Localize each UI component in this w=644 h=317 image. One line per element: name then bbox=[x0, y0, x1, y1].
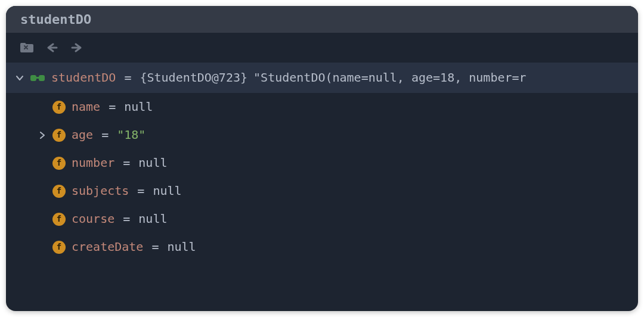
field-value: "18" bbox=[117, 127, 145, 143]
variable-root-row[interactable]: studentDO = {StudentDO@723} "StudentDO(n… bbox=[6, 63, 638, 93]
field-name: course bbox=[72, 211, 114, 227]
chevron-down-icon[interactable] bbox=[16, 74, 24, 82]
equals-glyph: = bbox=[120, 211, 132, 227]
field-value: null bbox=[138, 155, 167, 171]
root-type-reference: {StudentDO@723} bbox=[140, 70, 247, 86]
field-icon: f bbox=[52, 213, 66, 226]
arrow-left-icon[interactable] bbox=[44, 41, 60, 54]
field-name: createDate bbox=[72, 239, 143, 255]
folder-close-icon[interactable] bbox=[19, 41, 35, 54]
field-value: null bbox=[138, 211, 167, 227]
field-icon: f bbox=[52, 101, 66, 114]
field-name: subjects bbox=[72, 183, 129, 199]
field-name: age bbox=[72, 127, 93, 143]
field-list: fname = nullfage = "18"fnumber = nullfsu… bbox=[6, 93, 638, 261]
panel-title: studentDO bbox=[20, 12, 91, 27]
field-row[interactable]: fcourse = null bbox=[6, 205, 638, 233]
field-name: number bbox=[72, 155, 114, 171]
equals-glyph: = bbox=[99, 127, 111, 143]
field-row[interactable]: fage = "18" bbox=[6, 121, 638, 149]
field-icon: f bbox=[52, 241, 66, 254]
root-variable-name: studentDO bbox=[51, 70, 116, 86]
field-value: null bbox=[153, 183, 181, 199]
debugger-toolbar bbox=[6, 33, 638, 60]
svg-rect-0 bbox=[30, 75, 36, 81]
field-value: null bbox=[124, 99, 153, 115]
chevron-right-icon[interactable] bbox=[38, 132, 47, 139]
field-icon: f bbox=[52, 129, 66, 142]
equals-glyph: = bbox=[120, 155, 132, 171]
field-icon: f bbox=[52, 157, 66, 170]
root-tostring: "StudentDO(name=null, age=18, number=r bbox=[253, 70, 527, 86]
svg-rect-1 bbox=[39, 75, 45, 81]
field-icon: f bbox=[52, 185, 66, 198]
equals-glyph: = bbox=[135, 183, 147, 199]
svg-rect-2 bbox=[36, 77, 39, 79]
field-value: null bbox=[167, 239, 196, 255]
field-name: name bbox=[72, 99, 100, 115]
equals-glyph: = bbox=[149, 239, 161, 255]
field-row[interactable]: fsubjects = null bbox=[6, 177, 638, 205]
field-row[interactable]: fcreateDate = null bbox=[6, 233, 638, 261]
variable-tree: studentDO = {StudentDO@723} "StudentDO(n… bbox=[6, 60, 638, 261]
field-row[interactable]: fnumber = null bbox=[6, 149, 638, 177]
watch-glasses-icon bbox=[30, 74, 45, 82]
debugger-variables-panel: studentDO bbox=[6, 6, 638, 311]
equals-glyph: = bbox=[122, 70, 134, 86]
panel-header: studentDO bbox=[6, 6, 638, 33]
field-row[interactable]: fname = null bbox=[6, 93, 638, 121]
arrow-right-icon[interactable] bbox=[69, 41, 85, 54]
equals-glyph: = bbox=[106, 99, 118, 115]
